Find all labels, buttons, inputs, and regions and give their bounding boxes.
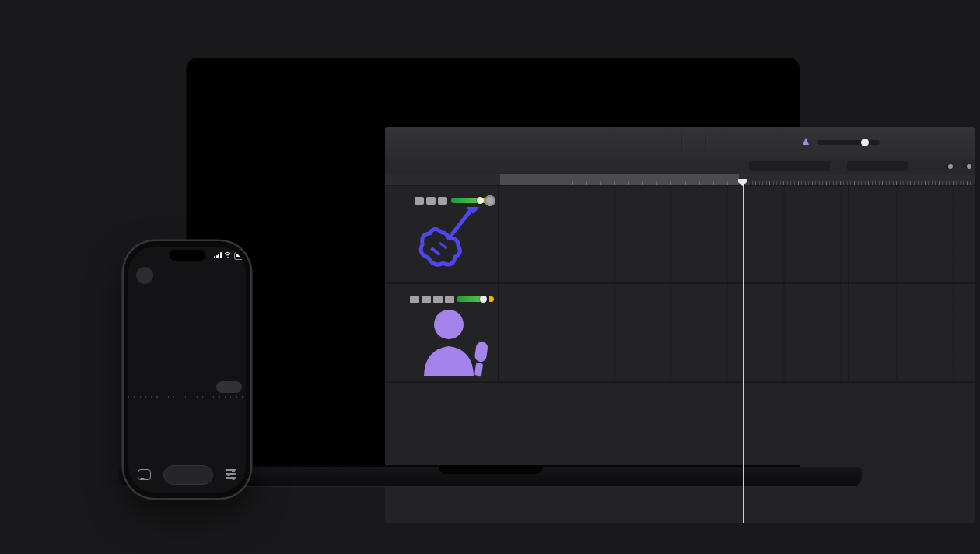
- dynamic-island: [170, 250, 205, 261]
- recording-date: [128, 296, 246, 302]
- skip-back-15-button[interactable]: [161, 440, 175, 454]
- guitar-icon: [405, 207, 483, 281]
- track2-volume-knob[interactable]: [480, 296, 487, 303]
- track-header-guitar[interactable]: [385, 185, 499, 282]
- track2-solo-button[interactable]: [422, 296, 431, 303]
- arrange-toolbar: [385, 160, 975, 174]
- macbook-lid-notch: [439, 467, 543, 474]
- smart-controls-icon[interactable]: [453, 134, 464, 144]
- solo-off-icon[interactable]: [737, 135, 747, 145]
- library-icon[interactable]: [390, 134, 401, 144]
- piano-roll-icon[interactable]: [515, 162, 525, 170]
- track-list-header: [385, 174, 499, 186]
- bar-ruler[interactable]: [498, 174, 975, 186]
- metronome-icon[interactable]: [803, 138, 809, 145]
- more-options-button[interactable]: [136, 267, 153, 284]
- region-boundary: [848, 284, 849, 381]
- track1-solo-button[interactable]: [426, 197, 436, 205]
- track-stack-icon[interactable]: [553, 162, 563, 170]
- region-boundary: [848, 185, 849, 282]
- phone-playhead-line[interactable]: [188, 307, 190, 404]
- pencil-icon[interactable]: [751, 135, 761, 145]
- drag-dropdown[interactable]: [847, 161, 908, 171]
- track1-mute-button[interactable]: [415, 197, 424, 205]
- vertical-zoom-slider[interactable]: [944, 166, 955, 167]
- editors-icon[interactable]: [481, 134, 492, 144]
- timeline-ticks: [128, 396, 246, 398]
- pause-bar: [190, 471, 193, 479]
- tuner-icon[interactable]: [765, 135, 775, 145]
- track1-volume-knob[interactable]: [477, 197, 484, 204]
- phone-playhead-dot-top: [187, 304, 191, 308]
- layer-selector[interactable]: [216, 381, 242, 393]
- track1-color-strip: [385, 185, 395, 282]
- volume-knob[interactable]: [861, 138, 869, 146]
- transcript-icon[interactable]: [138, 469, 151, 480]
- track1-pan-knob[interactable]: [485, 195, 495, 206]
- quick-help-icon[interactable]: [418, 134, 429, 144]
- lcd-display[interactable]: [636, 134, 731, 153]
- region-guitar[interactable]: [500, 185, 975, 282]
- skip-forward-15-button[interactable]: [200, 440, 214, 454]
- play-button[interactable]: [573, 135, 587, 147]
- bar-gridlines: [502, 185, 975, 282]
- track-separator: [385, 381, 975, 383]
- macbook-screen-bezel: [187, 58, 800, 465]
- done-check-button[interactable]: [221, 267, 238, 284]
- toolbar-toggle-icon[interactable]: [432, 134, 443, 144]
- iphone: [124, 241, 250, 498]
- control-bar: [385, 127, 975, 160]
- track-header-vocal[interactable]: [385, 284, 499, 381]
- pause-bar: [183, 471, 186, 479]
- snap-dropdown[interactable]: [749, 161, 830, 171]
- phone-playhead-dot-bottom: [187, 401, 191, 405]
- horizontal-zoom-slider[interactable]: [962, 166, 973, 167]
- track2-volume-slider[interactable]: [457, 296, 494, 302]
- track2-record-button[interactable]: [433, 296, 443, 303]
- playhead-line[interactable]: [743, 180, 744, 523]
- pause-button[interactable]: [163, 465, 213, 485]
- track2-input-button[interactable]: [445, 296, 454, 303]
- wifi-icon: [223, 252, 232, 259]
- track1-record-button[interactable]: [438, 197, 447, 205]
- track1-volume-slider[interactable]: [451, 198, 488, 203]
- bar-gridlines: [502, 284, 975, 381]
- desktop-background: [0, 0, 980, 554]
- logic-pro-window: [385, 127, 975, 523]
- mixer-icon[interactable]: [467, 134, 478, 144]
- region-vocal[interactable]: [500, 284, 975, 381]
- inspector-icon[interactable]: [404, 134, 415, 144]
- track2-mute-button[interactable]: [410, 296, 419, 303]
- track2-color-strip: [385, 284, 395, 381]
- vocalist-icon: [416, 304, 502, 382]
- voice-memos-screen: [128, 247, 246, 493]
- cellular-signal-icon: [214, 252, 221, 258]
- playback-settings-icon[interactable]: [226, 469, 236, 479]
- battery-icon: [234, 252, 246, 260]
- layer-2-button[interactable]: [231, 382, 241, 392]
- master-volume-slider[interactable]: [817, 140, 880, 145]
